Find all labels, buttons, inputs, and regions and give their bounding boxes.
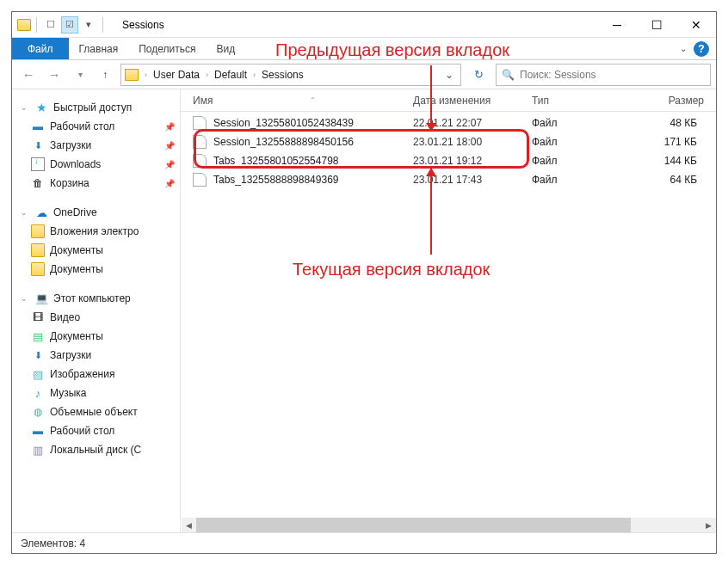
minimize-button[interactable]: ─ [597,12,637,38]
sidebar-item-downloads-pc[interactable]: Загрузки [12,346,180,365]
chevron-right-icon[interactable]: › [142,71,150,79]
folder-icon [31,243,45,257]
sidebar-item-label: Загрузки [50,349,91,361]
file-row[interactable]: Session_1325588889845015623.01.21 18:00Ф… [181,132,716,151]
sidebar-item-disk-c[interactable]: Локальный диск (C [12,440,180,459]
sidebar-item-desktop-pc[interactable]: Рабочий стол [12,421,180,440]
sidebar-item-documents-pc[interactable]: Документы [12,327,180,346]
address-bar[interactable]: › User Data › Default › Sessions ⌄ [120,64,461,86]
address-folder-icon [125,69,139,81]
scroll-track[interactable] [196,518,701,532]
sidebar-item-documents[interactable]: Документы [12,241,180,260]
nav-forward-button[interactable]: → [43,64,65,86]
sidebar-item-label: Рабочий стол [50,120,114,132]
sidebar-item-documents-2[interactable]: Документы [12,260,180,279]
file-size: 144 КБ [626,155,697,167]
cube-icon [31,405,45,419]
sidebar-item-downloads-en[interactable]: Downloads📌 [12,155,180,174]
file-row[interactable]: Tabs_1325588889884936923.01.21 17:43Файл… [181,170,716,189]
qat-dropdown-button[interactable]: ▾ [80,16,97,34]
qat-checked-button[interactable]: ☑ [61,16,78,34]
sidebar-item-desktop[interactable]: Рабочий стол📌 [12,117,180,136]
file-icon [193,135,207,149]
ribbon-tab-view[interactable]: Вид [206,38,245,59]
column-size[interactable]: Размер [626,95,704,107]
title-bar: ☐ ☑ ▾ Sessions ─ ☐ ✕ [12,12,716,38]
sidebar-quick-access[interactable]: ⌄Быстрый доступ [12,98,180,117]
navigation-pane[interactable]: ⌄Быстрый доступ Рабочий стол📌 Загрузки📌 … [12,89,181,532]
column-date[interactable]: Дата изменения [413,95,532,107]
sidebar-item-label: Загрузки [50,139,91,151]
sidebar-item-label: Документы [50,263,103,275]
downloads-folder-icon [31,157,45,171]
status-count: 4 [80,537,86,550]
window-title: Sessions [122,19,164,31]
chevron-right-icon[interactable]: › [250,71,258,79]
ribbon-tabs: Файл Главная Поделиться Вид ⌄ ? [12,38,716,60]
download-icon [31,348,45,362]
column-headers: Имя⌃ Дата изменения Тип Размер [181,89,716,112]
music-icon [31,386,45,400]
horizontal-scrollbar[interactable]: ◀ ▶ [182,518,716,532]
file-list-pane[interactable]: Имя⌃ Дата изменения Тип Размер Session_1… [181,89,716,532]
cloud-icon [34,206,48,219]
disk-icon [31,443,45,457]
status-bar: Элементов: 4 [12,532,716,553]
ribbon-tab-home[interactable]: Главная [69,38,129,59]
help-icon[interactable]: ? [694,41,709,57]
column-type[interactable]: Тип [532,95,626,107]
scroll-left-button[interactable]: ◀ [182,518,196,532]
file-name: Tabs_13255888898849369 [213,174,413,186]
download-icon [31,138,45,152]
video-icon [31,310,45,324]
sidebar-item-images[interactable]: Изображения [12,365,180,384]
sidebar-item-3d-objects[interactable]: Объемные объект [12,402,180,421]
file-name: Session_13255888898450156 [213,136,413,148]
breadcrumb-1[interactable]: Default [213,69,249,81]
sidebar-item-label: Локальный диск (C [50,444,141,456]
scroll-thumb[interactable] [196,518,631,532]
pc-icon [34,292,48,305]
star-icon [34,101,48,114]
sidebar-item-attachments[interactable]: Вложения электро [12,222,180,241]
file-icon [193,154,207,168]
address-dropdown-icon[interactable]: ⌄ [441,69,457,81]
breadcrumb-2[interactable]: Sessions [260,69,305,81]
file-type: Файл [532,174,626,186]
desktop-icon [31,120,45,133]
sidebar-item-downloads[interactable]: Загрузки📌 [12,136,180,155]
scroll-right-button[interactable]: ▶ [701,518,716,532]
ribbon-tab-share[interactable]: Поделиться [128,38,206,59]
nav-up-button[interactable]: ↑ [95,64,115,85]
chevron-right-icon[interactable]: › [203,71,211,79]
maximize-button[interactable]: ☐ [637,12,676,38]
qat-properties-button[interactable]: ☐ [42,16,59,34]
sidebar-item-trash[interactable]: Корзина📌 [12,174,180,193]
file-row[interactable]: Tabs_1325580105255479823.01.21 19:12Файл… [181,151,716,170]
ribbon-expand-icon[interactable]: ⌄ [680,44,687,53]
search-input[interactable]: 🔍 Поиск: Sessions [496,64,711,86]
sidebar-this-pc[interactable]: ⌄Этот компьютер [12,289,180,308]
file-size: 64 КБ [626,174,697,186]
column-name[interactable]: Имя⌃ [193,95,413,107]
nav-back-button[interactable]: ← [17,64,40,86]
file-type: Файл [532,155,626,167]
sidebar-item-label: Документы [50,330,103,342]
search-placeholder: Поиск: Sessions [520,69,596,81]
nav-history-dropdown[interactable]: ▾ [69,64,91,86]
breadcrumb-0[interactable]: User Data [151,69,201,81]
sidebar-item-video[interactable]: Видео [12,308,180,327]
document-icon [31,329,45,343]
sidebar-item-label: OneDrive [53,206,97,218]
close-button[interactable]: ✕ [676,12,716,38]
sidebar-onedrive[interactable]: ⌄OneDrive [12,203,180,222]
file-row[interactable]: Session_1325580105243843922.01.21 22:07Ф… [181,114,716,132]
sidebar-item-music[interactable]: Музыка [12,384,180,402]
sidebar-item-label: Этот компьютер [53,292,131,304]
refresh-button[interactable]: ↻ [466,64,490,86]
pin-icon: 📌 [164,179,175,188]
ribbon-tab-file[interactable]: Файл [12,38,69,59]
file-date: 23.01.21 19:12 [413,155,532,167]
pin-icon: 📌 [164,141,175,150]
address-bar-row: ← → ▾ ↑ › User Data › Default › Sessions… [12,60,716,89]
